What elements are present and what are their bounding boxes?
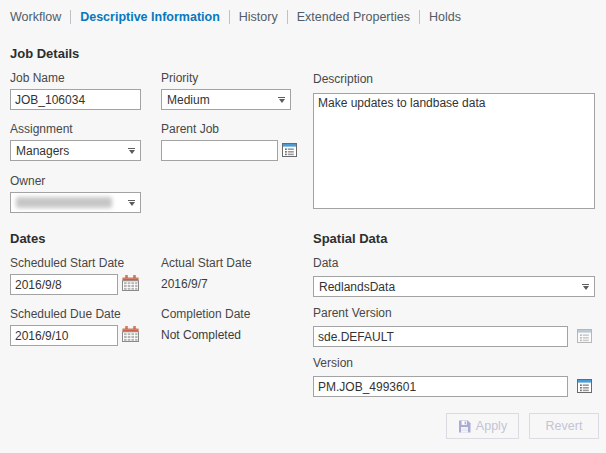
scheduled-due-date-input[interactable] [10, 325, 118, 346]
description-label: Description [313, 72, 373, 86]
parent-version-label: Parent Version [313, 306, 392, 320]
tab-bar: Workflow Descriptive Information History… [10, 8, 461, 26]
apply-button[interactable]: Apply [446, 413, 519, 439]
completion-date-value: Not Completed [161, 328, 241, 342]
scheduled-start-date-input[interactable] [10, 274, 118, 295]
tab-separator [419, 10, 420, 24]
chevron-down-icon [128, 148, 135, 154]
scheduled-start-calendar-button[interactable] [122, 275, 139, 291]
descriptive-information-panel: Workflow Descriptive Information History… [0, 0, 606, 453]
tab-separator [70, 10, 71, 24]
tab-descriptive-information[interactable]: Descriptive Information [80, 10, 220, 24]
description-textarea[interactable]: Make updates to landbase data [313, 93, 595, 209]
parent-job-list-picker-button[interactable] [282, 143, 297, 157]
tab-workflow[interactable]: Workflow [10, 10, 61, 24]
list-picker-icon [577, 329, 592, 343]
data-value: RedlandsData [319, 280, 576, 294]
assignment-dropdown[interactable]: Managers [10, 140, 141, 161]
calendar-icon [122, 326, 139, 342]
actual-start-date-label: Actual Start Date [161, 256, 252, 270]
tab-extended-properties[interactable]: Extended Properties [297, 10, 410, 24]
job-details-heading: Job Details [10, 46, 79, 61]
tab-separator [287, 10, 288, 24]
priority-dropdown[interactable]: Medium [161, 89, 291, 110]
chevron-down-icon [278, 97, 285, 103]
priority-value: Medium [167, 93, 272, 107]
revert-button-label: Revert [546, 419, 583, 433]
chevron-down-icon [582, 284, 589, 290]
tab-history[interactable]: History [239, 10, 278, 24]
parent-version-list-picker-button[interactable] [577, 329, 592, 343]
job-name-input[interactable] [10, 89, 141, 110]
version-label: Version [313, 356, 353, 370]
priority-label: Priority [161, 71, 198, 85]
scheduled-due-date-label: Scheduled Due Date [10, 307, 121, 321]
dates-heading: Dates [10, 231, 45, 246]
spatial-data-heading: Spatial Data [313, 231, 387, 246]
parent-job-label: Parent Job [161, 122, 219, 136]
job-name-label: Job Name [10, 71, 65, 85]
assignment-label: Assignment [10, 122, 73, 136]
data-dropdown[interactable]: RedlandsData [313, 276, 595, 297]
parent-job-input[interactable] [161, 140, 278, 161]
tab-separator [229, 10, 230, 24]
data-label: Data [313, 256, 338, 270]
list-picker-icon [577, 379, 592, 393]
scheduled-start-date-label: Scheduled Start Date [10, 256, 124, 270]
owner-value-redacted [16, 197, 112, 208]
list-picker-icon [282, 143, 297, 157]
calendar-icon [122, 275, 139, 291]
scheduled-due-calendar-button[interactable] [122, 326, 139, 342]
revert-button[interactable]: Revert [529, 413, 599, 439]
tab-holds[interactable]: Holds [429, 10, 461, 24]
version-list-picker-button[interactable] [577, 379, 592, 393]
actual-start-date-value: 2016/9/7 [161, 277, 208, 291]
save-icon [458, 420, 471, 433]
chevron-down-icon [128, 200, 135, 206]
apply-button-label: Apply [476, 419, 507, 433]
owner-dropdown[interactable] [10, 192, 141, 213]
assignment-value: Managers [16, 144, 122, 158]
version-input[interactable] [313, 376, 568, 397]
completion-date-label: Completion Date [161, 307, 250, 321]
parent-version-input[interactable] [313, 326, 568, 347]
owner-label: Owner [10, 174, 45, 188]
